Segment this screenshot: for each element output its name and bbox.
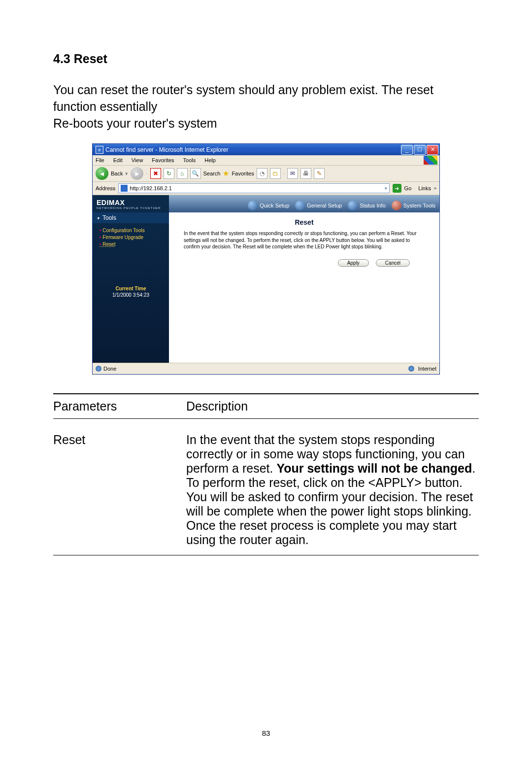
maximize-button[interactable]: ☐ [414, 145, 426, 155]
search-icon[interactable]: 🔍 [190, 168, 201, 179]
go-label: Go [404, 185, 412, 191]
edit-icon[interactable]: ✎ [314, 168, 325, 179]
globe-icon [392, 201, 401, 210]
search-label: Search [203, 171, 221, 176]
menu-view[interactable]: View [132, 157, 143, 163]
done-icon [96, 366, 101, 372]
tab-quick-setup[interactable]: Quick Setup [248, 201, 289, 212]
menu-tools[interactable]: Tools [183, 157, 196, 163]
router-sidebar: EDIMAX NETWORKING PEOPLE TOGETHER Tools … [93, 195, 169, 363]
back-label: Back [111, 171, 123, 176]
windows-flag-icon [424, 156, 437, 165]
zone-text: Internet [418, 366, 436, 372]
mail-icon[interactable]: ✉ [287, 168, 298, 179]
brand-logo: EDIMAX NETWORKING PEOPLE TOGETHER [93, 195, 169, 212]
status-text: Done [103, 366, 116, 372]
globe-icon [295, 201, 305, 210]
sidebar-header: Tools [93, 212, 169, 223]
home-icon[interactable]: ⌂ [177, 168, 188, 179]
tab-general-setup[interactable]: General Setup [295, 201, 342, 212]
tab-status-info[interactable]: Status Info [348, 201, 386, 212]
address-bar: Address http://192.168.2.1 ▾ ➜ Go Links … [93, 182, 439, 195]
section-heading: 4.3 Reset [53, 52, 479, 66]
globe-icon [348, 201, 358, 210]
menu-edit[interactable]: Edit [113, 157, 123, 163]
status-bar: Done Internet [93, 363, 439, 374]
tab-system-tools[interactable]: System Tools [392, 201, 435, 212]
reset-description: In the event that the system stops respo… [169, 230, 439, 250]
menu-file[interactable]: File [96, 157, 104, 163]
menu-favorites[interactable]: Favorites [152, 157, 174, 163]
sidebar-item-firmware[interactable]: Firmware Upgrade [100, 235, 167, 240]
param-name: Reset [53, 419, 186, 555]
print-icon[interactable]: 🖶 [300, 168, 311, 179]
favorites-star-icon[interactable]: ★ [223, 169, 229, 178]
sidebar-time-label: Current Time [93, 286, 169, 291]
close-button[interactable]: ✕ [427, 145, 438, 155]
sidebar-item-reset[interactable]: Reset [100, 241, 167, 247]
col-description: Description [186, 394, 479, 419]
intro-text: You can reset the router's system should… [53, 82, 479, 132]
refresh-icon[interactable]: ↻ [164, 168, 174, 179]
menu-bar: File Edit View Favorites Tools Help [93, 155, 439, 166]
links-label[interactable]: Links [418, 185, 431, 191]
forward-button[interactable]: ► [131, 167, 143, 180]
address-label: Address [96, 185, 115, 191]
favorites-label: Favorites [232, 171, 254, 176]
apply-button[interactable]: Apply [338, 259, 369, 267]
address-input[interactable]: http://192.168.2.1 ▾ [118, 183, 389, 193]
router-top-nav: Quick Setup General Setup Status Info Sy… [169, 195, 439, 212]
page-title: Reset [169, 212, 439, 230]
sidebar-item-config[interactable]: Configuration Tools [100, 228, 167, 233]
parameters-table: Parameters Description Reset In the even… [53, 393, 479, 555]
go-button[interactable]: ➜ [393, 184, 401, 193]
col-parameters: Parameters [53, 394, 186, 419]
menu-help[interactable]: Help [204, 157, 216, 163]
page-number: 83 [0, 729, 532, 737]
media-icon[interactable]: ◔ [257, 168, 267, 179]
screenshot: e Cannot find server - Microsoft Interne… [92, 143, 440, 375]
toolbar: ◄ Back ▾ ► · ✖ ↻ ⌂ 🔍 Search ★ Favorites … [93, 166, 439, 182]
minimize-button[interactable]: _ [401, 145, 413, 155]
globe-icon [248, 201, 258, 210]
ie-icon: e [96, 146, 103, 154]
sidebar-time-value: 1/1/2000 3:54:23 [93, 292, 169, 298]
address-dropdown-icon[interactable]: ▾ [385, 186, 387, 191]
zone-icon [408, 366, 414, 372]
back-button[interactable]: ◄ [96, 167, 108, 180]
window-title: Cannot find server - Microsoft Internet … [105, 146, 228, 153]
cancel-button[interactable]: Cancel [376, 259, 410, 267]
history-icon[interactable]: 🗀 [270, 168, 281, 179]
window-titlebar: e Cannot find server - Microsoft Interne… [93, 144, 439, 155]
stop-icon[interactable]: ✖ [150, 168, 161, 179]
ie-page-icon [121, 185, 128, 192]
param-desc: In the event that the system stops respo… [186, 419, 479, 555]
